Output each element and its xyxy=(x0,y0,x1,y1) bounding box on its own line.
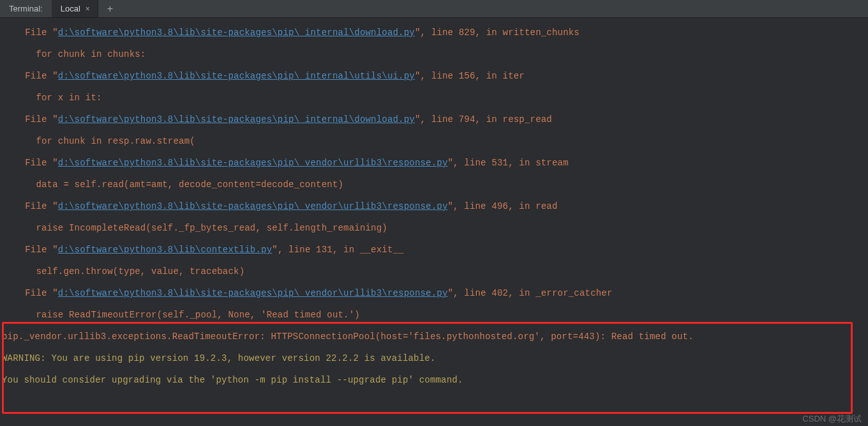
warning-line: You should consider upgrading via the 'p… xyxy=(0,369,868,391)
traceback-body-line: raise IncompleteRead(self._fp_bytes_read… xyxy=(0,217,868,239)
terminal-title: Terminal: xyxy=(0,0,52,17)
file-prefix: File " xyxy=(14,158,58,168)
traceback-body-line: for chunk in chunks: xyxy=(0,43,868,65)
file-suffix: ", line 531, in stream xyxy=(448,158,569,168)
file-suffix: ", line 496, in read xyxy=(448,201,558,211)
file-prefix: File " xyxy=(14,71,58,81)
file-link[interactable]: d:\software\python3.8\lib\site-packages\… xyxy=(58,201,448,211)
traceback-body-line: raise ReadTimeoutError(self._pool, None,… xyxy=(0,304,868,326)
add-tab-button[interactable]: + xyxy=(98,0,122,17)
file-suffix: ", line 829, in written_chunks xyxy=(415,27,580,38)
terminal-tabbar: Terminal: Local × + xyxy=(0,0,868,18)
terminal-output[interactable]: File "d:\software\python3.8\lib\site-pac… xyxy=(0,18,868,391)
file-prefix: File " xyxy=(14,288,58,298)
file-suffix: ", line 156, in iter xyxy=(415,71,525,81)
file-link[interactable]: d:\software\python3.8\lib\site-packages\… xyxy=(58,158,448,168)
traceback-file-line: File "d:\software\python3.8\lib\site-pac… xyxy=(0,65,868,87)
file-prefix: File " xyxy=(14,245,58,255)
file-prefix: File " xyxy=(14,27,58,38)
file-prefix: File " xyxy=(14,201,58,211)
traceback-body-line: for chunk in resp.raw.stream( xyxy=(0,130,868,152)
file-prefix: File " xyxy=(14,114,58,125)
file-link[interactable]: d:\software\python3.8\lib\site-packages\… xyxy=(58,288,448,298)
file-suffix: ", line 794, in resp_read xyxy=(415,114,552,125)
traceback-file-line: File "d:\software\python3.8\lib\site-pac… xyxy=(0,22,868,43)
file-link[interactable]: d:\software\python3.8\lib\site-packages\… xyxy=(58,71,415,81)
traceback-file-line: File "d:\software\python3.8\lib\contextl… xyxy=(0,239,868,261)
traceback-file-line: File "d:\software\python3.8\lib\site-pac… xyxy=(0,195,868,217)
traceback-body-line: self.gen.throw(type, value, traceback) xyxy=(0,261,868,282)
file-suffix: ", line 131, in __exit__ xyxy=(272,245,403,255)
watermark: CSDN @花测试 xyxy=(802,413,862,425)
traceback-body-line: for x in it: xyxy=(0,87,868,109)
file-link[interactable]: d:\software\python3.8\lib\site-packages\… xyxy=(58,27,415,38)
file-suffix: ", line 402, in _error_catcher xyxy=(448,288,613,298)
traceback-body-line: data = self.read(amt=amt, decode_content… xyxy=(0,174,868,195)
warning-line: WARNING: You are using pip version 19.2.… xyxy=(0,347,868,369)
traceback-file-line: File "d:\software\python3.8\lib\site-pac… xyxy=(0,152,868,174)
error-line: pip._vendor.urllib3.exceptions.ReadTimeo… xyxy=(0,326,868,347)
close-icon[interactable]: × xyxy=(86,4,90,13)
tab-local[interactable]: Local × xyxy=(52,0,98,17)
file-link[interactable]: d:\software\python3.8\lib\site-packages\… xyxy=(58,114,415,125)
traceback-file-line: File "d:\software\python3.8\lib\site-pac… xyxy=(0,109,868,130)
traceback-file-line: File "d:\software\python3.8\lib\site-pac… xyxy=(0,282,868,304)
tab-local-label: Local xyxy=(61,4,80,13)
file-link[interactable]: d:\software\python3.8\lib\contextlib.py xyxy=(58,245,272,255)
